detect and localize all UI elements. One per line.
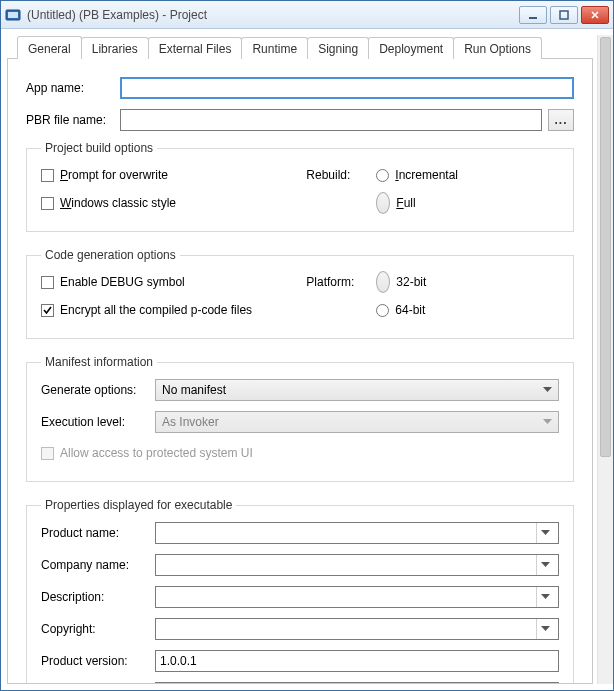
titlebar[interactable]: (Untitled) (PB Examples) - Project: [1, 1, 613, 29]
chk-protected-ui: Allow access to protected system UI: [41, 443, 559, 463]
scrollbar-thumb[interactable]: [600, 37, 611, 457]
group-manifest-legend: Manifest information: [41, 355, 157, 369]
group-code-gen-legend: Code generation options: [41, 248, 180, 262]
svg-rect-1: [8, 12, 18, 18]
chk-enable-debug-label: Enable DEBUG symbol: [60, 275, 185, 289]
tab-external-files[interactable]: External Files: [148, 37, 243, 59]
checkbox-icon: [41, 276, 54, 289]
exec-level-label: Execution level:: [41, 415, 155, 429]
project-window: (Untitled) (PB Examples) - Project Gener…: [0, 0, 614, 691]
product-name-combo[interactable]: [155, 522, 559, 544]
exec-level-select: As Invoker: [155, 411, 559, 433]
tab-general[interactable]: General: [17, 36, 82, 59]
group-manifest: Manifest information Generate options: N…: [26, 355, 574, 482]
tab-run-options[interactable]: Run Options: [453, 37, 542, 59]
app-icon: [5, 7, 21, 23]
radio-icon: [376, 304, 389, 317]
pbr-browse-button[interactable]: ...: [548, 109, 574, 131]
radio-incremental[interactable]: Incremental: [376, 168, 458, 182]
description-label: Description:: [41, 590, 155, 604]
tab-runtime[interactable]: Runtime: [241, 37, 308, 59]
radio-64bit[interactable]: 64-bit: [376, 303, 425, 317]
checkbox-icon: [41, 304, 54, 317]
rebuild-label: Rebuild:: [306, 168, 376, 182]
chevron-down-icon: [543, 419, 552, 425]
group-build-options: Project build options Prompt for overwri…: [26, 141, 574, 232]
group-code-gen: Code generation options Enable DEBUG sym…: [26, 248, 574, 339]
svg-rect-3: [560, 11, 568, 19]
copyright-combo[interactable]: [155, 618, 559, 640]
tab-strip: General Libraries External Files Runtime…: [7, 35, 593, 59]
company-name-combo[interactable]: [155, 554, 559, 576]
chk-prompt-overwrite[interactable]: Prompt for overwrite: [41, 165, 306, 185]
chk-encrypt-pcode-label: Encrypt all the compiled p-code files: [60, 303, 252, 317]
checkbox-icon: [41, 169, 54, 182]
group-exe-props-legend: Properties displayed for executable: [41, 498, 236, 512]
chk-protected-ui-label: Allow access to protected system UI: [60, 446, 253, 460]
description-input[interactable]: [160, 590, 536, 604]
group-build-options-legend: Project build options: [41, 141, 157, 155]
minimize-button[interactable]: [519, 6, 547, 24]
copyright-label: Copyright:: [41, 622, 155, 636]
generate-options-label: Generate options:: [41, 383, 155, 397]
tab-deployment[interactable]: Deployment: [368, 37, 454, 59]
radio-icon: [376, 169, 389, 182]
app-name-input[interactable]: [120, 77, 574, 99]
chevron-down-icon[interactable]: [536, 619, 554, 639]
radio-full[interactable]: Full: [376, 192, 415, 214]
generate-options-select[interactable]: No manifest: [155, 379, 559, 401]
checkbox-icon: [41, 197, 54, 210]
tab-signing[interactable]: Signing: [307, 37, 369, 59]
platform-label: Platform:: [306, 275, 376, 289]
company-name-label: Company name:: [41, 558, 155, 572]
maximize-button[interactable]: [550, 6, 578, 24]
radio-icon: [376, 271, 390, 293]
pbr-file-input[interactable]: [120, 109, 542, 131]
company-name-input[interactable]: [160, 558, 536, 572]
chevron-down-icon[interactable]: [536, 523, 554, 543]
pbr-file-label: PBR file name:: [26, 113, 120, 127]
group-exe-props: Properties displayed for executable Prod…: [26, 498, 574, 684]
radio-32bit[interactable]: 32-bit: [376, 271, 426, 293]
tabpage-general: App name: PBR file name: ... Project bui…: [7, 58, 593, 684]
tab-libraries[interactable]: Libraries: [81, 37, 149, 59]
copyright-input[interactable]: [160, 622, 536, 636]
svg-rect-2: [529, 17, 537, 19]
description-combo[interactable]: [155, 586, 559, 608]
checkbox-icon: [41, 447, 54, 460]
chevron-down-icon[interactable]: [536, 587, 554, 607]
product-version-label: Product version:: [41, 654, 155, 668]
product-name-input[interactable]: [160, 526, 536, 540]
chk-encrypt-pcode[interactable]: Encrypt all the compiled p-code files: [41, 300, 306, 320]
close-button[interactable]: [581, 6, 609, 24]
chevron-down-icon[interactable]: [536, 555, 554, 575]
chk-enable-debug[interactable]: Enable DEBUG symbol: [41, 272, 306, 292]
file-version-input[interactable]: [155, 682, 559, 684]
window-title: (Untitled) (PB Examples) - Project: [27, 8, 519, 22]
radio-icon: [376, 192, 390, 214]
product-version-input[interactable]: [155, 650, 559, 672]
vertical-scrollbar[interactable]: [597, 35, 613, 684]
chevron-down-icon: [543, 387, 552, 393]
chk-classic-style[interactable]: Windows classic style: [41, 193, 306, 213]
product-name-label: Product name:: [41, 526, 155, 540]
app-name-label: App name:: [26, 81, 120, 95]
